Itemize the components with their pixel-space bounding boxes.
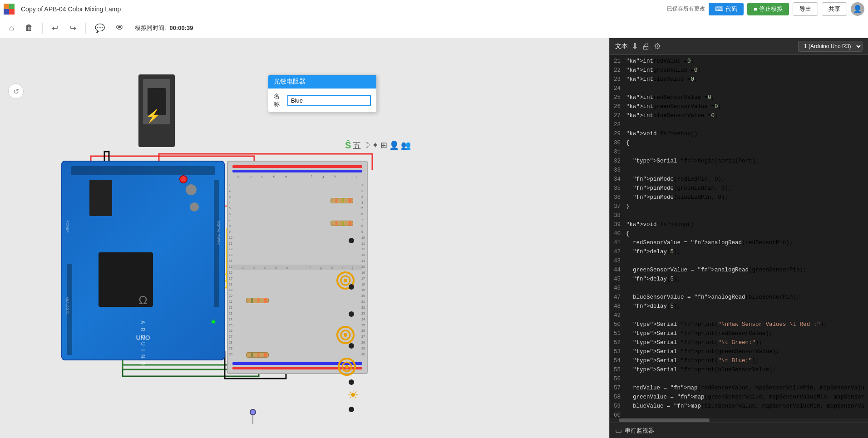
undo-button[interactable]: ↩ <box>48 22 62 34</box>
code-button[interactable]: ⌨ 代码 <box>709 3 744 15</box>
line-code: "kw">int <box>626 66 653 75</box>
logo-i <box>9 4 15 9</box>
code-line: 30{ <box>610 138 868 148</box>
line-number: 28 <box>610 120 626 129</box>
line-number: 54 <box>610 356 626 365</box>
breadboard-divider: abcde fghij <box>232 265 362 270</box>
rotate-button[interactable]: ↺ <box>8 84 24 99</box>
settings-icon[interactable]: ⚙ <box>654 41 661 51</box>
code-line: 38 <box>610 211 868 220</box>
code-content[interactable]: 21"kw">int redValue = 0;22"kw">int green… <box>610 55 868 418</box>
line-code: blueSensorValue = "fn">analogRead <box>626 293 745 302</box>
delete-button[interactable]: 🗑 <box>21 22 37 34</box>
print-icon[interactable]: 🖨 <box>642 42 650 51</box>
group-icon[interactable]: 👥 <box>401 140 411 151</box>
connector-6 <box>349 407 354 412</box>
line-code: "fn">delay <box>626 302 667 311</box>
line-number: 35 <box>610 184 626 193</box>
line-code: "kw">void <box>626 220 657 229</box>
power-label: POWER <box>66 221 69 232</box>
line-code: "kw">int <box>626 57 653 66</box>
logo <box>4 4 15 15</box>
share-button[interactable]: 共享 <box>822 2 847 16</box>
line-code: "type">Serial <box>626 329 677 338</box>
line-code: "fn">pinMode <box>626 184 674 193</box>
comment-button[interactable]: 💬 <box>91 22 108 34</box>
resistor-3 <box>246 298 269 303</box>
line-code: "type">Serial <box>626 320 677 329</box>
download-icon[interactable]: ⬇ <box>631 41 638 51</box>
code-line: 58 greenValue = "fn">map(greenSensorValu… <box>610 393 868 402</box>
arduino-board: ARDUINO Ω UNO POWER ANALOG IN DIGITAL (P… <box>61 161 225 360</box>
connector-5 <box>349 379 354 385</box>
sensor-coil-3 <box>337 357 357 377</box>
logo-n <box>4 9 9 15</box>
line-number: 33 <box>610 166 626 175</box>
line-code: "type">Serial <box>626 347 677 356</box>
line-number: 56 <box>610 374 626 384</box>
arduino-uno-text: UNO <box>136 334 150 341</box>
serial-monitor-bar[interactable]: ▭ 串行监视器 <box>610 423 868 438</box>
code-line: 52 "type">Serial."fn">print("\t Green:")… <box>610 338 868 347</box>
view-button[interactable]: 👁 <box>112 22 128 34</box>
line-code: "kw">int <box>626 102 653 111</box>
toolbar: ⌂ 🗑 ↩ ↪ 💬 👁 模拟器时间: 00:00:39 <box>0 18 868 38</box>
line-number: 51 <box>610 329 626 338</box>
reset-button[interactable] <box>179 175 187 183</box>
breadboard: abcde fghij abcde fghij 12345 678910 <box>227 161 368 374</box>
line-number: 31 <box>610 148 626 157</box>
code-line: 34 "fn">pinMode(redLedPin, O); <box>610 175 868 184</box>
connector-4 <box>349 343 354 349</box>
popup-name-row: 名称 <box>268 89 376 112</box>
code-line: 28 <box>610 120 868 129</box>
digital-label: DIGITAL (PWM~) <box>217 221 220 245</box>
code-line: 46 <box>610 284 868 293</box>
popup-name-input[interactable] <box>287 95 371 106</box>
code-line: 60 <box>610 411 868 418</box>
line-code: "fn">pinMode <box>626 175 674 184</box>
line-number: 21 <box>610 57 626 66</box>
line-number: 48 <box>610 302 626 311</box>
line-code: "kw">int <box>626 75 653 84</box>
five-icon[interactable]: 五 <box>353 140 361 151</box>
line-code: "type">Serial <box>626 157 677 166</box>
line-number: 41 <box>610 238 626 247</box>
code-line: 29"kw">void "fn">setup() <box>610 129 868 138</box>
column-labels-top: abcde fghij <box>232 174 362 181</box>
sim-time-value: 00:00:39 <box>170 25 193 31</box>
user-avatar[interactable]: 👤 <box>851 2 864 16</box>
line-number: 55 <box>610 365 626 374</box>
export-button[interactable]: 导出 <box>793 2 818 16</box>
line-number: 37 <box>610 202 626 211</box>
line-number: 44 <box>610 266 626 275</box>
resistor-2 <box>330 221 353 226</box>
line-number: 24 <box>610 84 626 93</box>
arduino-board-select[interactable]: 1 (Arduino Uno R3) <box>798 41 863 52</box>
code-line: 50 "type">Serial."fn">print("\nRaw Senso… <box>610 320 868 329</box>
on-led <box>212 320 215 323</box>
resistor-1 <box>330 198 353 203</box>
tinkercad-icon[interactable]: Ŝ <box>345 140 351 151</box>
toolbar-separator <box>42 23 43 34</box>
redo-button[interactable]: ↪ <box>66 22 80 34</box>
grid-icon[interactable]: ⊞ <box>380 140 387 151</box>
code-line: 22"kw">int greenValue = 0; <box>610 66 868 75</box>
popup-header: 光敏电阻器 <box>268 75 376 89</box>
code-panel-title: 文本 <box>615 42 628 50</box>
line-number: 50 <box>610 320 626 329</box>
person-icon[interactable]: 👤 <box>389 140 399 151</box>
code-horizontal-scrollbar[interactable] <box>610 418 868 423</box>
svg-point-9 <box>345 365 349 369</box>
code-hscroll-thumb[interactable] <box>619 418 710 422</box>
canvas-area[interactable]: ↺ <box>0 38 609 438</box>
svg-point-6 <box>344 333 347 337</box>
line-number: 29 <box>610 129 626 138</box>
line-number: 26 <box>610 102 626 111</box>
home-button[interactable]: ⌂ <box>5 22 18 34</box>
line-number: 22 <box>610 66 626 75</box>
line-number: 36 <box>610 193 626 202</box>
star-icon[interactable]: ✦ <box>372 140 379 151</box>
line-code: "kw">int <box>626 93 653 102</box>
stop-sim-button[interactable]: ■ 停止模拟 <box>747 3 789 15</box>
moon-icon[interactable]: ☽ <box>363 140 370 151</box>
